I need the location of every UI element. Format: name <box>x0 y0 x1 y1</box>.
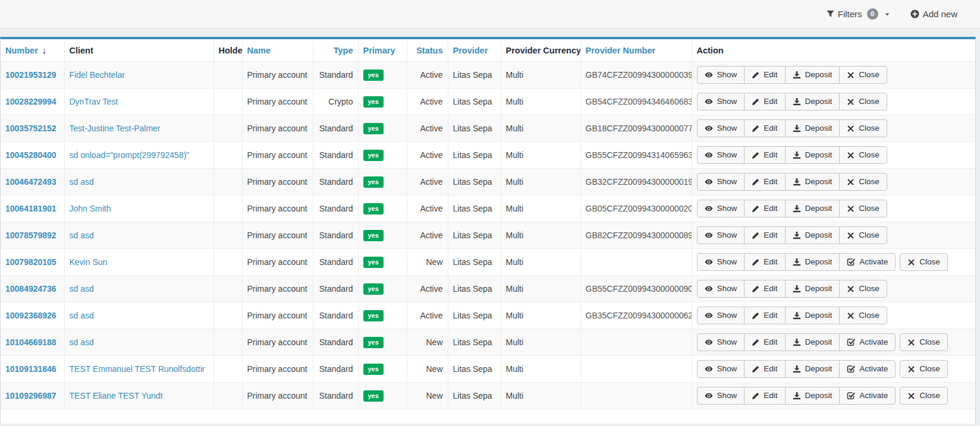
deposit-button[interactable]: Deposit <box>785 361 840 377</box>
close-button[interactable]: Close <box>839 67 887 83</box>
client-link[interactable]: sd asd <box>70 177 94 187</box>
edit-button[interactable]: Edit <box>744 120 784 137</box>
deposit-button[interactable]: Deposit <box>785 280 840 297</box>
show-button[interactable]: Show <box>698 67 745 83</box>
action-button-group: ShowEditDepositActivate <box>697 333 896 351</box>
activate-button[interactable]: Activate <box>839 361 895 377</box>
deposit-button[interactable]: Deposit <box>785 227 840 244</box>
column-header-number[interactable]: Number↓ <box>1 39 64 62</box>
add-new-button[interactable]: Add new <box>910 9 957 19</box>
edit-button[interactable]: Edit <box>744 67 784 83</box>
provider-number-cell: GB82CFZZ00994300000089 <box>580 222 692 249</box>
close-button[interactable]: Close <box>839 307 887 324</box>
activate-button[interactable]: Activate <box>839 334 895 351</box>
close-button[interactable]: Close <box>839 227 887 244</box>
column-header-provider_number[interactable]: Provider Number <box>580 39 692 62</box>
deposit-button-label: Deposit <box>805 285 833 293</box>
column-header-provider[interactable]: Provider <box>448 39 501 62</box>
edit-button-label: Edit <box>764 71 777 79</box>
show-button[interactable]: Show <box>698 120 745 137</box>
primary-yes-badge: yes <box>363 364 384 375</box>
account-number-link[interactable]: 10079820105 <box>5 257 56 267</box>
client-link[interactable]: DynTrav Test <box>70 97 118 106</box>
show-button[interactable]: Show <box>698 227 745 244</box>
client-link[interactable]: TEST Emmanuel TEST Runolfsdottir <box>70 364 205 374</box>
deposit-button[interactable]: Deposit <box>785 120 840 137</box>
edit-button[interactable]: Edit <box>744 254 784 270</box>
account-number-link[interactable]: 10104669188 <box>5 337 56 347</box>
client-link[interactable]: sd asd <box>70 311 94 320</box>
account-number-link[interactable]: 10084924736 <box>5 284 56 294</box>
show-button[interactable]: Show <box>698 93 745 110</box>
deposit-button[interactable]: Deposit <box>785 93 840 110</box>
close-button[interactable]: Close <box>900 387 948 405</box>
edit-button[interactable]: Edit <box>744 173 784 190</box>
client-link[interactable]: Fidel Bechtelar <box>70 70 125 80</box>
deposit-button[interactable]: Deposit <box>785 67 840 83</box>
deposit-button[interactable]: Deposit <box>785 387 840 404</box>
client-link[interactable]: sd asd <box>70 284 94 294</box>
close-button[interactable]: Close <box>839 93 887 110</box>
account-number-link[interactable]: 10078579892 <box>5 231 56 240</box>
deposit-button[interactable]: Deposit <box>785 147 840 163</box>
deposit-button[interactable]: Deposit <box>785 200 840 217</box>
client-link[interactable]: sd asd <box>70 231 94 240</box>
number-cell: 10109296987 <box>1 383 64 409</box>
edit-button[interactable]: Edit <box>744 227 784 244</box>
column-header-name[interactable]: Name <box>242 39 313 62</box>
table-row: 10035752152Test-Justine Test-PalmerPrima… <box>1 115 975 142</box>
deposit-button[interactable]: Deposit <box>785 173 840 190</box>
client-link[interactable]: sd asd <box>70 337 94 347</box>
column-header-type[interactable]: Type <box>313 39 358 62</box>
account-number-link[interactable]: 10046472493 <box>5 177 56 187</box>
deposit-button[interactable]: Deposit <box>785 254 840 270</box>
close-button[interactable]: Close <box>839 200 887 217</box>
show-button[interactable]: Show <box>698 307 745 324</box>
client-link[interactable]: sd onload="prompt(299792458)" <box>70 150 190 160</box>
column-header-status[interactable]: Status <box>407 39 448 62</box>
edit-button[interactable]: Edit <box>744 93 784 110</box>
close-button[interactable]: Close <box>900 333 948 351</box>
show-button[interactable]: Show <box>698 173 745 190</box>
edit-button[interactable]: Edit <box>744 200 784 217</box>
show-button[interactable]: Show <box>698 147 745 163</box>
show-button-label: Show <box>717 71 737 79</box>
provider-cell: Litas Sepa <box>448 329 501 356</box>
close-button[interactable]: Close <box>839 280 887 297</box>
close-button[interactable]: Close <box>839 147 887 163</box>
client-link[interactable]: John Smith <box>70 204 111 213</box>
show-button[interactable]: Show <box>698 280 745 297</box>
filters-dropdown[interactable]: Filters 0 <box>827 8 890 20</box>
activate-button[interactable]: Activate <box>839 254 895 270</box>
show-button[interactable]: Show <box>698 361 745 377</box>
account-number-link[interactable]: 10092368926 <box>5 311 56 320</box>
account-number-link[interactable]: 10045280400 <box>5 150 56 160</box>
account-number-link[interactable]: 10035752152 <box>5 124 56 133</box>
account-number-link[interactable]: 10028229994 <box>5 97 56 106</box>
close-button[interactable]: Close <box>839 173 887 190</box>
column-header-primary[interactable]: Primary <box>358 39 407 62</box>
client-link[interactable]: Kevin Sun <box>70 257 108 267</box>
close-button[interactable]: Close <box>900 253 948 271</box>
client-link[interactable]: TEST Eliane TEST Yundt <box>70 391 163 400</box>
edit-button[interactable]: Edit <box>744 147 784 163</box>
client-link[interactable]: Test-Justine Test-Palmer <box>70 124 161 133</box>
edit-button[interactable]: Edit <box>744 334 784 351</box>
close-button[interactable]: Close <box>839 120 887 137</box>
edit-button[interactable]: Edit <box>744 387 784 404</box>
deposit-button[interactable]: Deposit <box>785 307 840 324</box>
account-number-link[interactable]: 10021953129 <box>5 70 56 80</box>
activate-button[interactable]: Activate <box>839 387 895 404</box>
close-button[interactable]: Close <box>900 360 948 378</box>
show-button[interactable]: Show <box>698 254 745 270</box>
account-number-link[interactable]: 10064181901 <box>5 204 56 213</box>
edit-button[interactable]: Edit <box>744 361 784 377</box>
account-number-link[interactable]: 10109296987 <box>5 391 56 400</box>
show-button[interactable]: Show <box>698 200 745 217</box>
account-number-link[interactable]: 10109131846 <box>5 364 56 374</box>
edit-button[interactable]: Edit <box>744 280 784 297</box>
deposit-button[interactable]: Deposit <box>785 334 840 351</box>
edit-button[interactable]: Edit <box>744 307 784 324</box>
show-button[interactable]: Show <box>698 334 745 351</box>
show-button[interactable]: Show <box>698 387 745 404</box>
